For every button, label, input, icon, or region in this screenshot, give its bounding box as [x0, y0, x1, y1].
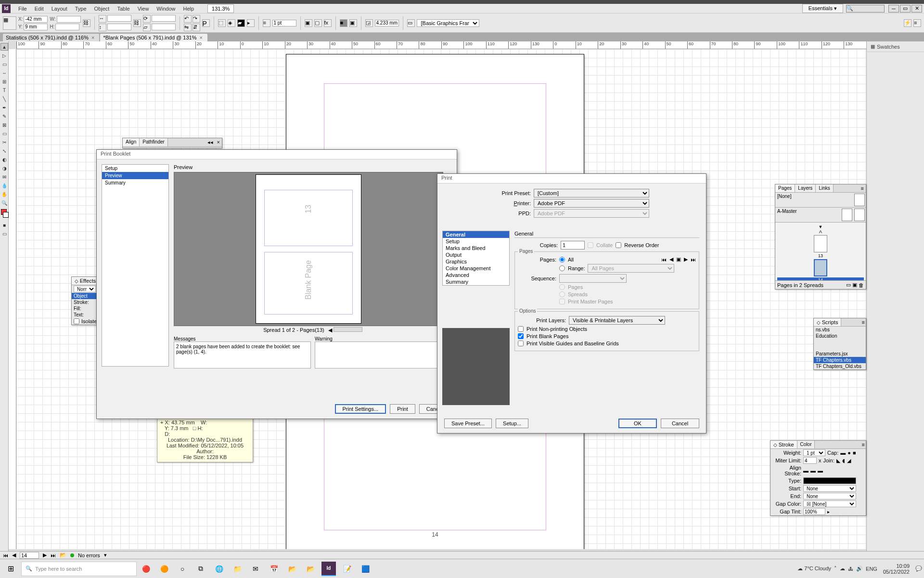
select-container-icon[interactable]: ⬚: [218, 19, 226, 27]
page-tool[interactable]: ▭: [0, 60, 8, 68]
hand-tool[interactable]: ✋: [0, 190, 8, 198]
blank-pages-checkbox[interactable]: [518, 333, 524, 339]
menu-table[interactable]: Table: [113, 5, 133, 13]
stroke-end-select[interactable]: None: [803, 493, 856, 499]
menu-edit[interactable]: Edit: [31, 5, 48, 13]
menu-help[interactable]: Help: [179, 5, 198, 13]
onedrive-icon[interactable]: ☁: [840, 565, 845, 572]
script-item[interactable]: Education: [814, 333, 866, 339]
pages-panel[interactable]: Pages Layers Links ≡ [None] A-Master ▼ A…: [775, 184, 866, 289]
scale-x[interactable]: [107, 15, 131, 22]
tab-align[interactable]: Align: [123, 138, 140, 146]
fit-frame-icon[interactable]: ▢: [314, 19, 322, 27]
gradient-feather-tool[interactable]: ◑: [0, 164, 8, 172]
effects-panel[interactable]: ◇ Effects Normal Object Stroke: Fill: Te…: [71, 276, 100, 325]
stroke-panel[interactable]: ◇ Stroke Color ≡ Weight:1 pt Cap: ▬●■ Mi…: [770, 440, 866, 516]
tab-links[interactable]: Links: [816, 184, 833, 192]
cat-summary[interactable]: Summary: [443, 278, 509, 285]
screen-mode-tool[interactable]: ▭: [0, 230, 8, 237]
note-tool[interactable]: ✉: [0, 173, 8, 181]
tb-app-2[interactable]: 🟠: [157, 562, 171, 576]
corner-size[interactable]: [375, 20, 399, 26]
zoom-tool[interactable]: 🔍: [0, 199, 8, 207]
nav-last-icon[interactable]: ⏭: [691, 257, 696, 263]
booklet-cat-setup[interactable]: Setup: [102, 165, 168, 172]
x-field[interactable]: [24, 16, 48, 23]
pages-range-radio[interactable]: [559, 265, 565, 271]
rotate-field[interactable]: [152, 15, 176, 22]
menu-object[interactable]: Object: [90, 5, 114, 13]
nav-next-icon[interactable]: ▶: [684, 256, 688, 263]
type-tool[interactable]: T: [0, 86, 8, 94]
join-miter-icon[interactable]: ◣: [836, 458, 840, 464]
panel-menu-icon[interactable]: ≡: [859, 184, 866, 192]
pen-tool[interactable]: ✒: [0, 104, 8, 111]
effects-row-object[interactable]: Object: [72, 293, 100, 299]
nav-prev-icon[interactable]: ◀: [669, 256, 673, 263]
network-icon[interactable]: 🖧: [848, 566, 853, 572]
preflight-status-icon[interactable]: [70, 553, 74, 557]
zoom-level[interactable]: 131.3%: [207, 4, 234, 13]
wrap-none-icon[interactable]: ■: [340, 19, 347, 27]
app-icon[interactable]: 🟦: [358, 562, 372, 576]
booklet-cat-preview[interactable]: Preview: [102, 172, 168, 179]
save-preset-button[interactable]: Save Preset...: [444, 419, 492, 428]
tab-pathfinder[interactable]: Pathfinder: [140, 138, 168, 146]
pages-all-radio[interactable]: [559, 257, 565, 263]
close-icon[interactable]: ×: [199, 35, 202, 40]
calendar-icon[interactable]: 📅: [267, 562, 281, 576]
rotate-ccw-icon[interactable]: ↶: [184, 15, 192, 23]
master-a[interactable]: A-Master: [775, 208, 841, 222]
folder-icon[interactable]: 📂: [285, 562, 299, 576]
script-item[interactable]: Parameters.jsx: [814, 351, 866, 357]
apply-color-icon[interactable]: ■: [0, 221, 8, 229]
direct-selection-tool[interactable]: ▷: [0, 52, 8, 59]
flip-h-icon[interactable]: ⇋: [184, 24, 192, 31]
wrap-bbox-icon[interactable]: ▣: [349, 19, 357, 27]
menu-window[interactable]: Window: [153, 5, 179, 13]
fill-stroke-swatches[interactable]: [0, 209, 8, 221]
prev-spread-icon[interactable]: ◀: [328, 327, 332, 333]
collapse-icon[interactable]: ◂◂: [205, 138, 215, 146]
align-inside-icon[interactable]: ▬: [810, 468, 816, 473]
content-collector-tool[interactable]: ⊞: [0, 78, 8, 85]
tab-blank-pages[interactable]: *Blank Pages (506 x 791).indd @ 131%×: [100, 34, 207, 41]
page-thumb-13[interactable]: [814, 235, 827, 252]
cat-setup[interactable]: Setup: [443, 238, 509, 245]
print-layers-select[interactable]: Visible & Printable Layers: [569, 316, 665, 325]
blend-mode-select[interactable]: Normal: [74, 286, 96, 292]
help-search[interactable]: 🔍: [846, 5, 885, 13]
notepad-icon[interactable]: 📝: [340, 562, 354, 576]
cat-color[interactable]: Color Management: [443, 265, 509, 272]
page-field[interactable]: [20, 552, 39, 559]
master-a-thumb-l[interactable]: [842, 209, 852, 221]
printer-select[interactable]: Adobe PDF: [534, 199, 649, 208]
join-bevel-icon[interactable]: ◢: [847, 458, 851, 464]
start-button[interactable]: ⊞: [2, 560, 19, 578]
tab-effects[interactable]: ◇ Effects: [72, 277, 99, 285]
reverse-checkbox[interactable]: [616, 242, 621, 248]
cortana-icon[interactable]: ○: [175, 562, 190, 576]
gap-color-select[interactable]: ☒ [None]: [803, 500, 856, 507]
scale-x-icon[interactable]: ↔: [99, 15, 106, 23]
align-outside-icon[interactable]: ▬: [818, 468, 823, 473]
print-button[interactable]: Print: [390, 404, 415, 414]
last-page-icon[interactable]: ⏭: [51, 552, 56, 558]
script-item-selected[interactable]: TF Chapters.vbs: [814, 357, 866, 363]
shear-icon[interactable]: ▱: [143, 24, 151, 31]
rectangle-tool[interactable]: ▭: [0, 130, 8, 137]
script-item[interactable]: ns.vbs: [814, 327, 866, 333]
stroke-arrow[interactable]: ▸: [247, 19, 255, 27]
notifications-icon[interactable]: 💬: [915, 565, 922, 572]
menu-icon[interactable]: ≡: [913, 19, 921, 27]
master-a-thumb-r[interactable]: [854, 209, 865, 221]
window-restore[interactable]: ▭: [900, 5, 911, 13]
cat-graphics[interactable]: Graphics: [443, 258, 509, 265]
gap-tint[interactable]: [803, 508, 825, 515]
new-page-icon[interactable]: ▣: [852, 282, 857, 288]
nonprinting-checkbox[interactable]: [518, 326, 524, 332]
free-transform-tool[interactable]: ⤡: [0, 147, 8, 155]
effects-row-text[interactable]: Text:: [72, 312, 100, 318]
mail-icon[interactable]: ✉: [248, 562, 263, 576]
reference-point[interactable]: ▦: [3, 16, 16, 30]
